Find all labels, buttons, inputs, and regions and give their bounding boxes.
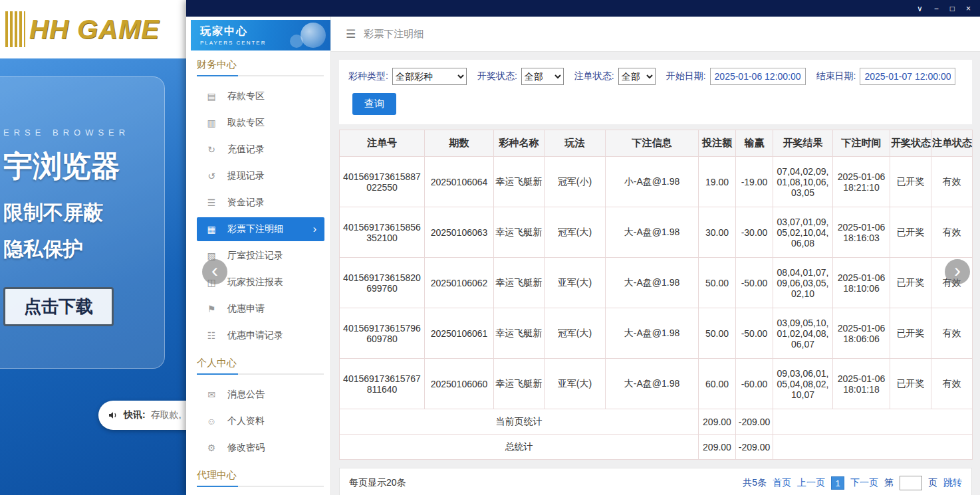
table-cell: 50.00 [699,258,736,308]
hero-banner: ERSE BROWSER 宇浏览器 限制不屏蔽 隐私保护 点击下载 快讯: 存取… [0,58,186,495]
table-cell: 幸运飞艇新 [494,157,545,207]
carousel-next-button[interactable]: › [945,259,970,284]
sidebar-item-label: 优惠申请记录 [227,330,283,342]
start-date-input[interactable] [710,68,806,85]
sidebar-item[interactable]: ⚙修改密码 [186,435,330,461]
sidebar-item[interactable]: ☺个人资料 [186,408,330,435]
table-cell: 20250106061 [425,308,494,359]
sidebar-item[interactable]: ↺提现记录 [186,163,330,189]
section-underline [197,373,324,375]
column-header: 注单号 [340,130,425,157]
search-button[interactable]: 查询 [352,93,396,115]
sidebar-item[interactable]: ☷优惠申请记录 [186,322,330,349]
summary-winloss-total: -209.00 [736,435,773,460]
table-cell: 19.00 [699,157,736,207]
page-jump-input[interactable] [900,476,922,490]
promo-line-3: 隐私保护 [3,236,164,263]
table-row: 40156917361579660978020250106061幸运飞艇新冠军(… [340,308,973,359]
total-count-text: 共5条 [743,477,767,489]
summary-bet-total: 209.00 [699,435,736,460]
section-underline [197,75,324,76]
table-cell: 小-A盘@1.98 [606,157,699,207]
column-header: 下注时间 [833,130,890,157]
menu-icon[interactable]: ☰ [346,27,356,41]
end-date-label: 结束日期: [816,70,856,82]
summary-empty-cell [773,409,973,435]
table-cell: 冠军(大) [545,207,606,258]
column-header: 投注额 [699,130,736,157]
lottery-type-label: 彩种类型: [348,70,388,82]
lottery-type-select[interactable]: 全部彩种 [392,68,467,85]
summary-label: 当前页统计 [340,409,699,435]
table-cell: 2025-01-06 18:21:10 [833,157,890,207]
ticker-text: 存取款, [151,409,182,421]
logo-icon [5,11,25,47]
carousel-prev-button[interactable]: ‹ [202,259,227,284]
prev-page-link[interactable]: 上一页 [797,477,825,489]
table-cell: 20250106063 [425,207,494,258]
site-logo[interactable]: HH GAME [29,15,160,45]
table-cell: 已开奖 [890,359,931,409]
table-cell: 2025-01-06 18:16:03 [833,207,890,258]
close-icon[interactable]: × [966,5,971,13]
first-page-link[interactable]: 首页 [773,477,791,489]
sidebar-item[interactable]: ☰资金记录 [186,189,330,216]
table-cell: 60.00 [699,359,736,409]
section-heading: 代理中心 [197,469,320,486]
sidebar-item[interactable]: ▤存款专区 [186,83,330,110]
end-date-input[interactable] [860,68,955,85]
table-cell: 大-A盘@1.98 [606,258,699,308]
sidebar-item-label: 个人资料 [227,415,265,427]
table-cell: 冠军(大) [545,308,606,359]
password-icon: ⚙ [206,443,217,453]
table-cell: 已开奖 [890,258,931,308]
screen: HH GAME ERSE BROWSER 宇浏览器 限制不屏蔽 隐私保护 点击下… [0,0,980,495]
table-cell: 09,03,06,01,05,04,08,02,10,07 [773,359,833,409]
sidebar-item[interactable]: ▦彩票下注明细› [197,217,324,241]
download-button[interactable]: 点击下载 [3,287,114,326]
table-cell: 幸运飞艇新 [494,308,545,359]
sidebar-item[interactable]: ✉消息公告 [186,381,330,408]
window-titlebar: ∨−□× [186,0,980,17]
sidebar-item-label: 修改密码 [227,442,265,454]
sidebar-item[interactable]: ⚑优惠申请 [186,296,330,322]
sidebar-item[interactable]: ↻充值记录 [186,136,330,163]
bet-status-select[interactable]: 全部 [618,68,656,85]
jump-button[interactable]: 跳转 [943,477,962,489]
table-cell: 已开奖 [890,157,931,207]
next-page-link[interactable]: 下一页 [850,477,878,489]
window-chevron-icon[interactable]: ∨ [917,5,923,13]
table-cell: -19.00 [736,157,773,207]
maximize-icon[interactable]: □ [950,5,955,13]
pagination-bar: 每页显示20条 共5条 首页 上一页 1 下一页 第 页 跳转 [339,468,972,495]
sidebar: 玩家中心 PLAYERS CENTER 财务中心▤存款专区▥取款专区↻充值记录↺… [186,17,331,495]
table-cell: 20250106062 [425,258,494,308]
news-ticker: 快讯: 存取款, [98,401,186,430]
table-cell: 30.00 [699,207,736,258]
table-cell: 50.00 [699,308,736,359]
draw-status-label: 开奖状态: [477,70,517,82]
table-row: 40156917361582069976020250106062幸运飞艇新亚军(… [340,258,973,308]
sidebar-item[interactable]: ▥取款专区 [186,110,330,136]
lottery-bet-detail-icon: ▦ [206,224,217,235]
ticker-label: 快讯: [124,409,146,421]
bell-icon: ✉ [206,389,217,400]
minimize-icon[interactable]: − [934,5,939,13]
filter-panel: 彩种类型: 全部彩种 开奖状态: 全部 注单状态: 全部 开始日期: 结束日期: [339,60,972,124]
section-underline [197,486,324,487]
summary-row: 当前页统计209.00-209.00 [340,409,973,435]
promo-title: 宇浏览器 [3,147,164,186]
table-cell: 03,09,05,10,01,02,04,08,06,07 [773,308,833,359]
column-header: 开奖结果 [773,130,833,157]
table-cell: 已开奖 [890,207,931,258]
draw-status-select[interactable]: 全部 [521,68,564,85]
current-page-indicator[interactable]: 1 [831,476,844,490]
promo-apply-icon: ⚑ [206,304,217,314]
column-header: 开奖状态 [890,130,931,157]
withdraw-icon: ▥ [206,118,217,128]
table-cell: 有效 [931,207,973,258]
table-cell: 2025-01-06 18:01:18 [833,359,890,409]
table-cell: 亚军(大) [545,359,606,409]
table-cell: 07,04,02,09,01,08,10,06,03,05 [773,157,833,207]
table-header-row: 注单号期数彩种名称玩法下注信息投注额输赢开奖结果下注时间开奖状态注单状态 [340,130,973,157]
